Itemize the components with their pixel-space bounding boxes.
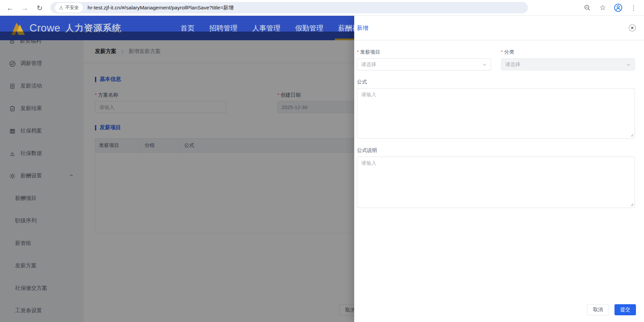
zoom-out-icon[interactable] — [580, 4, 594, 11]
category-select[interactable]: 请选择 — [501, 58, 635, 70]
drawer-footer: 取消 提交 — [587, 304, 636, 315]
category-label: * 分类 — [501, 49, 635, 55]
browser-chrome: ← → ↻ ⚠ 不安全 hr-test.zjf-it.cn/#/salaryMa… — [0, 0, 644, 16]
profile-avatar-icon[interactable] — [611, 3, 625, 12]
browser-refresh-icon[interactable]: ↻ — [32, 4, 47, 11]
drawer-title: 新增 — [357, 24, 368, 32]
formula-desc-label: 公式说明 — [357, 147, 635, 154]
pay-item-field: * 发薪项目 请选择 — [357, 49, 491, 70]
address-bar[interactable]: ⚠ 不安全 hr-test.zjf-it.cn/#/salaryManageme… — [50, 2, 528, 13]
close-icon[interactable] — [629, 24, 636, 32]
browser-back-icon[interactable]: ← — [3, 4, 17, 11]
formula-label: 公式 — [357, 79, 635, 85]
warning-icon: ⚠ — [59, 5, 63, 10]
security-label: 不安全 — [65, 5, 79, 11]
browser-menu-dots-icon[interactable]: ⋮ — [627, 4, 641, 12]
formula-desc-textarea[interactable] — [357, 157, 635, 208]
chevron-down-icon — [626, 62, 631, 67]
bookmark-star-icon[interactable]: ☆ — [596, 4, 610, 12]
drawer-header: 新增 — [354, 16, 644, 40]
chevron-down-icon — [482, 62, 487, 67]
formula-textarea[interactable] — [357, 88, 635, 139]
pay-item-label: * 发薪项目 — [357, 49, 491, 55]
category-field: * 分类 请选择 — [501, 49, 635, 70]
drawer-cancel-button[interactable]: 取消 — [587, 304, 609, 315]
pay-item-select[interactable]: 请选择 — [357, 58, 491, 70]
security-chip[interactable]: ⚠ 不安全 — [55, 3, 83, 12]
drawer-submit-button[interactable]: 提交 — [614, 304, 636, 315]
drawer-body: * 发薪项目 请选择 * 分类 请选择 — [354, 40, 644, 322]
add-pay-item-drawer: 新增 * 发薪项目 请选择 — [354, 16, 644, 322]
url-text: hr-test.zjf-it.cn/#/salaryManagement/pay… — [88, 4, 233, 11]
browser-forward-icon[interactable]: → — [17, 4, 32, 11]
